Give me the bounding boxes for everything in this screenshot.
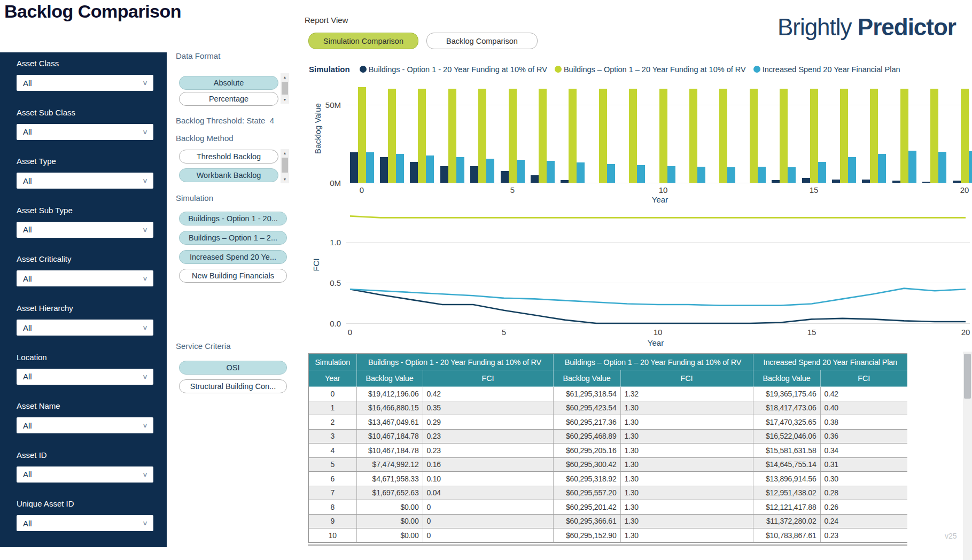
table-sub-header: Backlog Value (753, 370, 820, 387)
legend-dot-icon (753, 66, 760, 73)
bar-year7-series2[interactable] (577, 162, 585, 183)
asset-sub-class-select[interactable]: All∨ (17, 124, 153, 140)
page-scrollbar[interactable] (963, 352, 972, 560)
bar-year0-series1[interactable] (358, 87, 366, 183)
bar-year10-series1[interactable] (659, 89, 667, 183)
asset-hierarchy-select[interactable]: All∨ (17, 320, 153, 336)
table-cell: 0.31 (820, 457, 907, 472)
bar-year12-series2[interactable] (727, 167, 735, 183)
structural-building-con-button[interactable]: Structural Building Con... (179, 379, 287, 393)
bar-year11-series2[interactable] (697, 167, 705, 183)
filter-label: Asset Sub Class (17, 108, 153, 117)
bar-year17-series2[interactable] (878, 154, 886, 183)
bar-year15-series0[interactable] (802, 178, 810, 183)
bar-year18-series1[interactable] (900, 89, 908, 183)
bar-year15-series1[interactable] (810, 89, 818, 183)
bar-year10-series2[interactable] (667, 166, 675, 183)
increased-spend-20-ye-button[interactable]: Increased Spend 20 Ye... (179, 250, 287, 264)
location-select[interactable]: All∨ (17, 369, 153, 385)
asset-id-select[interactable]: All∨ (17, 466, 153, 483)
bar-year8-series2[interactable] (607, 164, 615, 183)
bar-year7-series0[interactable] (561, 180, 569, 183)
bar-year11-series1[interactable] (689, 89, 697, 183)
bar-year20-series0[interactable] (953, 181, 961, 183)
bar-year19-series2[interactable] (938, 152, 946, 183)
bar-year13-series1[interactable] (750, 89, 758, 183)
bar-year12-series1[interactable] (719, 89, 727, 183)
asset-sub-type-select[interactable]: All∨ (17, 222, 153, 238)
bar-year9-series2[interactable] (637, 165, 645, 183)
bar-year15-series2[interactable] (818, 162, 826, 183)
absolute-button[interactable]: Absolute (179, 76, 278, 90)
bar-year2-series0[interactable] (410, 162, 418, 183)
bar-year5-series2[interactable] (517, 160, 525, 183)
bar-year6-series0[interactable] (531, 175, 539, 183)
bar-year18-series0[interactable] (892, 181, 900, 183)
bar-year20-series1[interactable] (961, 89, 969, 183)
bar-year3-series2[interactable] (456, 157, 464, 183)
bar-year2-series2[interactable] (426, 155, 434, 183)
unique-asset-id-select[interactable]: All∨ (17, 515, 153, 531)
bar-year18-series2[interactable] (908, 151, 916, 183)
bar-year4-series2[interactable] (486, 159, 494, 183)
threshold-backlog-button[interactable]: Threshold Backlog (179, 150, 278, 164)
scroll-up-icon[interactable]: ▲ (281, 73, 289, 81)
bar-year8-series1[interactable] (599, 89, 607, 183)
table-cell: $60,295,217.36 (553, 415, 620, 430)
workbank-backlog-button[interactable]: Workbank Backlog (179, 168, 278, 182)
asset-type-select[interactable]: All∨ (17, 173, 153, 189)
table-cell: $60,295,201.42 (553, 500, 620, 515)
bar-year1-series1[interactable] (388, 89, 396, 183)
backlog-comparison-button[interactable]: Backlog Comparison (426, 33, 538, 49)
bar-year0-series2[interactable] (366, 152, 374, 183)
bar-year1-series0[interactable] (380, 157, 388, 183)
bar-year3-series0[interactable] (440, 166, 448, 183)
bar-year16-series1[interactable] (840, 89, 848, 183)
bar-year14-series2[interactable] (788, 167, 796, 183)
bar-year3-series1[interactable] (448, 89, 456, 183)
percentage-button[interactable]: Percentage (179, 92, 278, 106)
bar-year16-series2[interactable] (848, 157, 856, 183)
scrollbar-thumb[interactable] (282, 82, 288, 95)
fci-x-tick-5: 5 (493, 328, 515, 337)
bar-year14-series0[interactable] (772, 180, 780, 183)
bar-year0-series0[interactable] (350, 152, 358, 183)
bar-year4-series0[interactable] (470, 166, 478, 183)
bar-x-tick-15: 15 (803, 185, 825, 195)
scrollbar-thumb[interactable] (282, 158, 288, 173)
bar-year5-series0[interactable] (501, 171, 509, 183)
table-cell: 1.30 (620, 401, 753, 415)
new-building-financials-button[interactable]: New Building Financials (179, 269, 287, 283)
asset-name-select[interactable]: All∨ (17, 417, 153, 433)
table-cell: 1.30 (620, 486, 753, 500)
buildings-option-1-2-button[interactable]: Buildings – Option 1 – 2... (179, 231, 287, 245)
bar-year20-series2[interactable] (969, 151, 972, 183)
bar-year7-series1[interactable] (569, 89, 577, 183)
buildings-option-1-20-button[interactable]: Buildings - Option 1 - 20... (179, 212, 287, 225)
scroll-down-icon[interactable]: ▼ (281, 175, 289, 183)
bar-year1-series2[interactable] (396, 154, 404, 183)
simulation-comparison-button[interactable]: Simulation Comparison (308, 33, 418, 49)
bar-year6-series2[interactable] (547, 161, 555, 183)
bar-year5-series1[interactable] (509, 89, 517, 183)
scroll-up-icon[interactable]: ▲ (281, 149, 289, 157)
scroll-down-icon[interactable]: ▼ (281, 96, 289, 104)
bar-year17-series1[interactable] (870, 89, 878, 183)
asset-class-select[interactable]: All∨ (17, 75, 153, 91)
bar-year2-series1[interactable] (418, 89, 426, 183)
bar-year19-series0[interactable] (922, 182, 930, 183)
bar-year16-series0[interactable] (832, 180, 840, 183)
bar-year9-series1[interactable] (629, 89, 637, 183)
bar-year14-series1[interactable] (780, 89, 788, 183)
osi-button[interactable]: OSI (179, 361, 287, 375)
bar-year17-series0[interactable] (862, 180, 870, 183)
select-value: All (23, 127, 32, 136)
bar-year4-series1[interactable] (478, 89, 486, 183)
scrollbar-thumb[interactable] (964, 354, 971, 399)
table-row: 10$0.000$60,295,152.901.30$10,783,867.61… (308, 528, 907, 543)
bar-year13-series2[interactable] (758, 167, 766, 183)
bar-year19-series1[interactable] (930, 89, 938, 183)
bar-year6-series1[interactable] (539, 89, 547, 183)
asset-criticality-select[interactable]: All∨ (17, 270, 153, 286)
table-cell: 6 (308, 472, 356, 486)
